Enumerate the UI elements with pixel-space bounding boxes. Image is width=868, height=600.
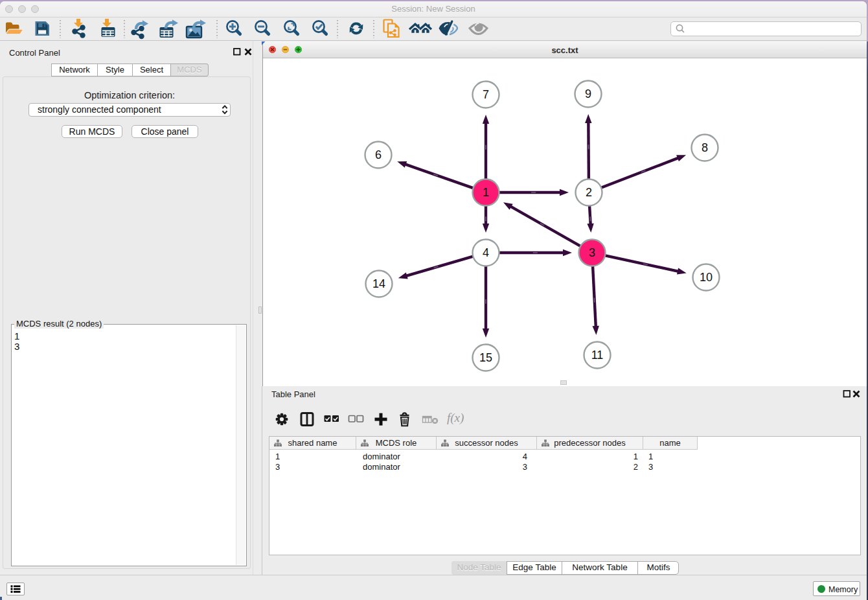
svg-text:3: 3 <box>589 246 595 259</box>
svg-text:7: 7 <box>483 88 489 101</box>
svg-text:9: 9 <box>585 87 591 100</box>
svg-text:10: 10 <box>700 271 713 284</box>
svg-text:11: 11 <box>591 349 604 362</box>
svg-text:6: 6 <box>375 148 382 161</box>
svg-text:8: 8 <box>702 141 708 154</box>
svg-text:15: 15 <box>479 351 492 364</box>
svg-text:1: 1 <box>483 186 489 199</box>
svg-text:2: 2 <box>586 186 592 199</box>
svg-text:14: 14 <box>372 277 385 290</box>
svg-text:4: 4 <box>483 246 489 259</box>
